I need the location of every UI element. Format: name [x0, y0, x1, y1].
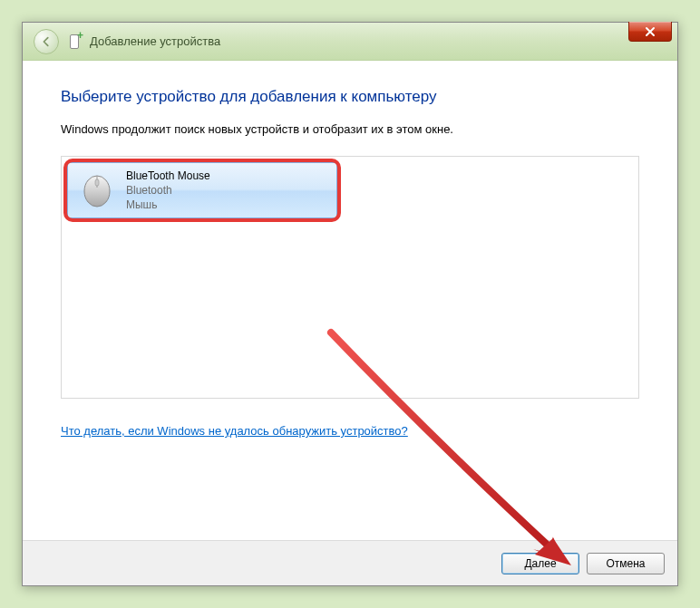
next-button[interactable]: Далее: [501, 553, 579, 574]
add-device-window: + Добавление устройства Выберите устройс…: [22, 22, 678, 586]
device-connection: Bluetooth: [126, 183, 210, 198]
content-area: Выберите устройство для добавления к ком…: [23, 61, 677, 540]
device-type: Мышь: [126, 198, 210, 212]
svg-rect-2: [95, 179, 99, 186]
cancel-button[interactable]: Отмена: [587, 553, 665, 574]
add-device-icon: +: [68, 34, 84, 50]
page-subheading: Windows продолжит поиск новых устройств …: [61, 122, 639, 136]
close-button[interactable]: [628, 22, 672, 42]
device-info: BlueTooth Mouse Bluetooth Мышь: [126, 169, 210, 213]
button-bar: Далее Отмена: [23, 540, 677, 585]
page-heading: Выберите устройство для добавления к ком…: [61, 88, 639, 106]
arrow-left-icon: [40, 35, 53, 48]
back-button[interactable]: [34, 29, 59, 54]
device-name: BlueTooth Mouse: [126, 169, 210, 183]
device-item-bluetooth-mouse[interactable]: BlueTooth Mouse Bluetooth Мышь: [67, 162, 337, 218]
help-link[interactable]: Что делать, если Windows не удалось обна…: [61, 424, 408, 438]
device-list: BlueTooth Mouse Bluetooth Мышь: [61, 156, 639, 399]
window-title: Добавление устройства: [90, 34, 220, 48]
close-icon: [645, 26, 656, 37]
titlebar: + Добавление устройства: [23, 23, 677, 61]
mouse-icon: [77, 169, 117, 212]
